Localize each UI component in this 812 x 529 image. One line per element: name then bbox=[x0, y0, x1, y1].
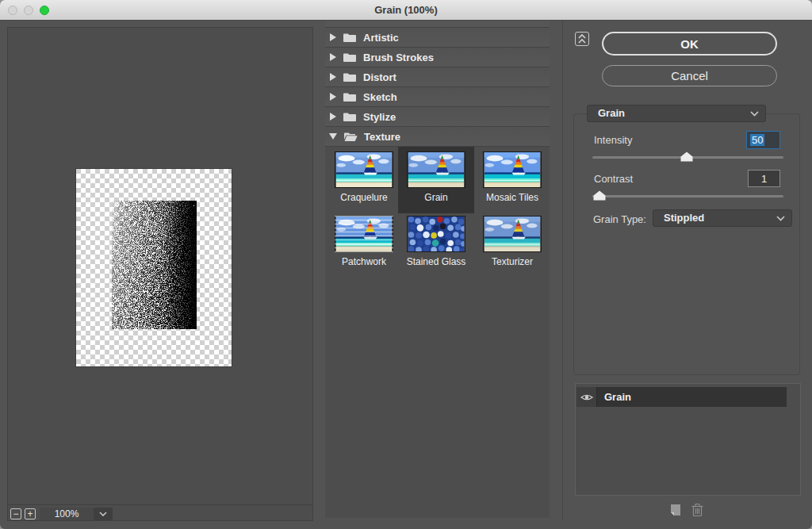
title-bar: Grain (100%) bbox=[0, 0, 812, 21]
contrast-input[interactable]: 1 bbox=[748, 170, 780, 187]
category-stylize[interactable]: Stylize bbox=[325, 106, 550, 126]
disclosure-triangle-icon[interactable] bbox=[330, 73, 336, 81]
effect-layers-list: Grain bbox=[575, 383, 801, 496]
zoom-level-control: 100% bbox=[40, 508, 113, 520]
grain-type-dropdown[interactable]: Stippled bbox=[653, 209, 792, 227]
chevron-down-icon bbox=[776, 216, 785, 221]
disclosure-triangle-icon[interactable] bbox=[329, 133, 337, 140]
disclosure-triangle-icon[interactable] bbox=[330, 93, 336, 101]
effect-layer-label: Grain bbox=[604, 387, 631, 407]
category-sketch[interactable]: Sketch bbox=[325, 86, 550, 106]
filter-gallery-dialog: Grain (100%) bbox=[0, 0, 812, 529]
grain-preview-thumb-image bbox=[407, 151, 465, 188]
zoom-level-dropdown[interactable] bbox=[94, 508, 113, 520]
eye-icon bbox=[580, 393, 593, 401]
folder-icon bbox=[343, 72, 357, 82]
zoom-out-button[interactable]: − bbox=[10, 508, 21, 519]
cancel-button[interactable]: Cancel bbox=[602, 65, 777, 86]
mosaic-tiles-preview-image bbox=[483, 151, 542, 188]
contrast-label: Contrast bbox=[594, 173, 633, 186]
zoom-level-value: 100% bbox=[40, 508, 94, 520]
window-title: Grain (100%) bbox=[0, 0, 812, 21]
texturizer-preview-image bbox=[483, 216, 542, 252]
patchwork-stripes-overlay bbox=[335, 216, 393, 252]
filter-selector-dropdown[interactable]: Grain bbox=[587, 105, 766, 122]
category-distort[interactable]: Distort bbox=[325, 67, 550, 86]
double-chevron-up-icon bbox=[576, 33, 588, 45]
folder-icon bbox=[343, 92, 357, 102]
thumbnail-stained-glass[interactable]: Stained Glass bbox=[398, 211, 474, 278]
layer-visibility-toggle[interactable] bbox=[576, 387, 597, 407]
delete-effect-layer-button[interactable] bbox=[691, 503, 704, 517]
effect-layer-row-grain[interactable]: Grain bbox=[576, 387, 787, 407]
contrast-slider-thumb[interactable] bbox=[593, 190, 606, 201]
panel-divider bbox=[562, 21, 563, 519]
category-texture[interactable]: Texture bbox=[325, 126, 550, 146]
thumbnail-grain[interactable]: Grain bbox=[398, 147, 474, 213]
intensity-input[interactable]: 50 bbox=[746, 131, 780, 149]
disclosure-triangle-icon[interactable] bbox=[330, 53, 336, 61]
grain-type-label: Grain Type: bbox=[593, 213, 646, 226]
filter-thumbnails: Craquelure Grain Mosaic Tiles Patchwork … bbox=[325, 146, 550, 147]
collapse-thumbnails-button[interactable] bbox=[575, 32, 589, 46]
intensity-slider-thumb[interactable] bbox=[680, 151, 693, 162]
disclosure-triangle-icon[interactable] bbox=[330, 113, 336, 121]
folder-open-icon bbox=[343, 132, 358, 142]
contrast-slider-track[interactable] bbox=[592, 195, 783, 197]
grain-preview-image bbox=[112, 201, 197, 329]
new-effect-layer-button[interactable] bbox=[668, 504, 682, 516]
settings-panel: OK Cancel Grain Intensity 50 Contrast 1 … bbox=[564, 21, 812, 529]
intensity-label: Intensity bbox=[594, 134, 632, 147]
disclosure-triangle-icon[interactable] bbox=[330, 33, 336, 41]
thumbnail-mosaic-tiles[interactable]: Mosaic Tiles bbox=[474, 147, 550, 213]
filter-browser: Artistic Brush Strokes Distort Sketch St bbox=[325, 21, 550, 518]
preview-document bbox=[76, 169, 232, 366]
thumbnail-craquelure[interactable]: Craquelure bbox=[326, 147, 402, 213]
thumbnail-texturizer[interactable]: Texturizer bbox=[474, 211, 550, 278]
craquelure-preview-image bbox=[335, 151, 393, 188]
category-brush-strokes[interactable]: Brush Strokes bbox=[325, 47, 550, 67]
zoom-in-button[interactable]: + bbox=[25, 508, 36, 519]
folder-icon bbox=[343, 112, 357, 122]
folder-icon bbox=[343, 33, 357, 43]
preview-panel: − + 100% bbox=[7, 27, 313, 521]
zoom-bar-separator bbox=[8, 504, 312, 505]
chevron-down-icon bbox=[99, 512, 107, 516]
ok-button[interactable]: OK bbox=[602, 32, 777, 56]
chevron-down-icon bbox=[750, 111, 759, 117]
category-artistic[interactable]: Artistic bbox=[325, 27, 550, 47]
stained-glass-preview-image bbox=[407, 216, 465, 252]
folder-icon bbox=[343, 52, 357, 63]
thumbnail-patchwork[interactable]: Patchwork bbox=[326, 211, 402, 278]
